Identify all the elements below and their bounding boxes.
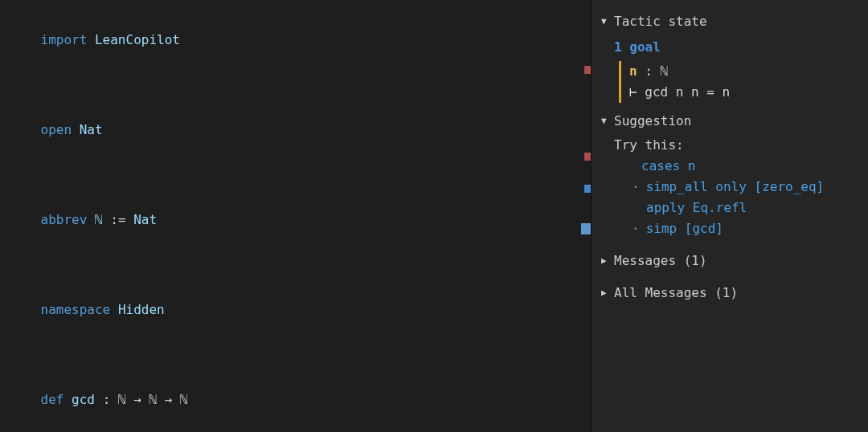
open-ns: Nat: [80, 122, 103, 137]
kw-def: def: [41, 392, 64, 407]
abbrev-name: ℕ: [95, 212, 103, 227]
suggestion-body: Try this: cases n ·simp_all only [zero_e…: [614, 135, 857, 239]
suggestion-bullet-1[interactable]: ·simp_all only [zero_eq]: [632, 177, 857, 198]
namespace-name: Hidden: [118, 302, 165, 317]
try-this-label: Try this:: [614, 135, 857, 156]
triangle-down-icon: ▼: [601, 111, 611, 132]
triangle-right-icon: ▶: [601, 251, 611, 271]
all-messages-title: All Messages (1): [614, 283, 738, 304]
code-editor[interactable]: import LeanCopilot open Nat abbrev ℕ := …: [0, 0, 591, 432]
kw-namespace: namespace: [41, 302, 111, 317]
tactic-state-title: Tactic state: [614, 11, 707, 32]
kw-import: import: [41, 32, 88, 47]
goal-line: ⊢ gcd n n = n: [629, 82, 857, 103]
suggestion-title: Suggestion: [614, 111, 691, 132]
hyp-type: : ℕ: [645, 63, 668, 79]
overview-ruler[interactable]: [584, 0, 591, 432]
suggestion-bullet-2[interactable]: ·simp [gcd]: [632, 218, 857, 239]
kw-abbrev: abbrev: [41, 212, 88, 227]
turnstile-icon: ⊢: [629, 84, 637, 100]
def-sig: : ℕ → ℕ → ℕ: [103, 392, 188, 407]
suggestion-main[interactable]: cases n: [641, 158, 695, 173]
suggestion-section[interactable]: ▼ Suggestion: [601, 111, 857, 132]
triangle-down-icon: ▼: [601, 11, 611, 32]
lean-infoview: ▼ Tactic state 1 goal n : ℕ ⊢ gcd n n = …: [591, 0, 868, 432]
suggestion-sub-1[interactable]: apply Eq.refl: [646, 198, 857, 218]
all-messages-section[interactable]: ▶ All Messages (1): [601, 283, 857, 304]
hypothesis-line: n : ℕ: [629, 61, 857, 82]
goal-expr: gcd n n = n: [645, 84, 730, 100]
abbrev-rhs: Nat: [133, 212, 157, 227]
op-assign: :=: [110, 212, 125, 227]
triangle-right-icon: ▶: [601, 283, 611, 304]
goal-body: n : ℕ ⊢ gcd n n = n: [619, 61, 857, 103]
messages-title: Messages (1): [614, 251, 707, 271]
goal-count: 1 goal: [614, 37, 857, 58]
def-name: gcd: [72, 392, 95, 407]
tactic-state-section[interactable]: ▼ Tactic state: [601, 11, 857, 32]
hyp-name: n: [629, 63, 637, 79]
messages-section[interactable]: ▶ Messages (1): [601, 251, 857, 271]
import-module: LeanCopilot: [95, 32, 180, 47]
kw-open: open: [41, 122, 72, 137]
